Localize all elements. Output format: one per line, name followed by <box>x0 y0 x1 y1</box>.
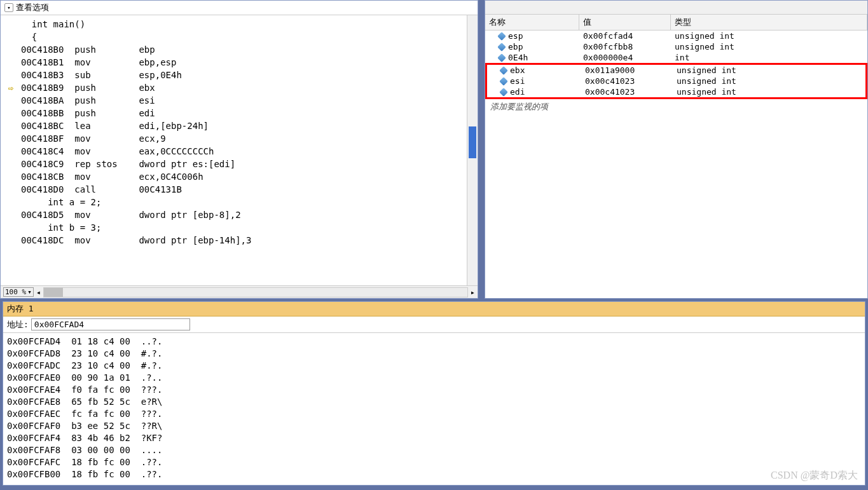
memory-title[interactable]: 内存 1 <box>3 302 865 316</box>
variable-icon <box>499 66 508 75</box>
watch-value: 0x00fcfbb8 <box>579 42 671 51</box>
code-line[interactable]: 00C418BA push esi <box>1 94 478 107</box>
memory-row[interactable]: 0x00FCFAE0 00 90 1a 01 .?.. <box>7 372 861 384</box>
code-text: int main() <box>21 18 85 31</box>
memory-row[interactable]: 0x00FCFAF8 03 00 00 00 .... <box>7 444 861 456</box>
view-options-label[interactable]: 查看选项 <box>16 2 49 13</box>
chevron-down-icon[interactable]: ▾ <box>4 3 13 12</box>
memory-address-label: 地址: <box>7 319 29 330</box>
watch-type: int <box>671 53 867 62</box>
scrollbar-thumb[interactable] <box>44 288 63 297</box>
gutter <box>1 107 21 119</box>
horizontal-scrollbar[interactable] <box>43 287 468 297</box>
code-line[interactable]: 00C418D5 mov dword ptr [ebp-8],2 <box>1 208 478 221</box>
code-line[interactable]: 00C418DC mov dword ptr [ebp-14h],3 <box>1 234 478 247</box>
memory-row[interactable]: 0x00FCFAF4 83 4b 46 b2 ?KF? <box>7 432 861 444</box>
memory-dump[interactable]: 0x00FCFAD4 01 18 c4 00 ..?.0x00FCFAD8 23… <box>3 333 865 485</box>
code-line[interactable]: int a = 2; <box>1 196 478 208</box>
zoom-select[interactable]: 100 % ▾ <box>3 287 34 297</box>
watch-header-type[interactable]: 类型 <box>671 15 867 30</box>
code-text: int b = 3; <box>21 221 101 234</box>
memory-row[interactable]: 0x00FCFB00 18 fb fc 00 .??. <box>7 468 861 480</box>
memory-row[interactable]: 0x00FCFAEC fc fa fc 00 ???. <box>7 408 861 420</box>
disassembly-code[interactable]: int main() {00C418B0 push ebp00C418B1 mo… <box>1 15 478 285</box>
memory-address-input[interactable] <box>31 318 190 330</box>
gutter <box>1 208 21 221</box>
code-line[interactable]: 00C418CB mov ecx,0C4C006h <box>1 170 478 183</box>
watch-name: esp <box>485 31 579 41</box>
watch-type: unsigned int <box>673 65 865 75</box>
memory-row[interactable]: 0x00FCFADC 23 10 c4 00 #.?. <box>7 360 861 372</box>
code-line[interactable]: 00C418C4 mov eax,0CCCCCCCCh <box>1 145 478 158</box>
memory-panel: 内存 1 地址: 0x00FCFAD4 01 18 c4 00 ..?.0x00… <box>3 301 865 486</box>
watch-header-name[interactable]: 名称 <box>485 15 579 30</box>
watch-value: 0x00c41023 <box>581 87 673 97</box>
code-line[interactable]: 00C418C9 rep stos dword ptr es:[edi] <box>1 158 478 170</box>
watch-row[interactable]: 0E4h0x000000e4int <box>485 52 867 63</box>
memory-row[interactable]: 0x00FCFAD4 01 18 c4 00 ..?. <box>7 336 861 348</box>
watch-name-text: ebp <box>508 42 523 51</box>
code-text: 00C418C4 mov eax,0CCCCCCCCh <box>21 145 214 158</box>
watch-value: 0x00fcfad4 <box>579 31 671 41</box>
watch-header-value[interactable]: 值 <box>579 15 671 30</box>
code-line[interactable]: ⇨00C418B9 push ebx <box>1 81 478 94</box>
code-text: 00C418BA push esi <box>21 94 155 107</box>
code-text: 00C418CB mov ecx,0C4C006h <box>21 170 203 183</box>
watch-name-text: esi <box>510 76 525 86</box>
code-line[interactable]: 00C418B0 push ebp <box>1 43 478 56</box>
memory-row[interactable]: 0x00FCFAE8 65 fb 52 5c e?R\ <box>7 396 861 408</box>
watch-name: esi <box>487 76 581 86</box>
code-text: { <box>21 31 37 43</box>
variable-icon <box>497 43 506 51</box>
vertical-scrollbar[interactable] <box>467 15 478 285</box>
add-watch-item[interactable]: 添加要监视的项 <box>485 99 867 114</box>
watch-name: ebp <box>485 42 579 51</box>
current-line-arrow-icon: ⇨ <box>1 81 21 94</box>
gutter <box>1 18 21 31</box>
memory-row[interactable]: 0x00FCFAFC 18 fb fc 00 .??. <box>7 456 861 468</box>
code-text: 00C418B1 mov ebp,esp <box>21 56 176 69</box>
watch-row[interactable]: esp0x00fcfad4unsigned int <box>485 31 867 41</box>
watch-toolbar <box>485 1 867 15</box>
code-line[interactable]: 00C418BF mov ecx,9 <box>1 132 478 145</box>
memory-address-bar: 地址: <box>3 316 865 333</box>
watch-type: unsigned int <box>673 87 865 97</box>
scroll-left-icon[interactable]: ◂ <box>36 288 41 297</box>
code-line[interactable]: int main() <box>1 18 478 31</box>
watch-value: 0x000000e4 <box>579 53 671 62</box>
memory-row[interactable]: 0x00FCFAF0 b3 ee 52 5c ??R\ <box>7 420 861 432</box>
code-line[interactable]: 00C418BC lea edi,[ebp-24h] <box>1 119 478 132</box>
gutter <box>1 119 21 132</box>
watch-name-text: esp <box>508 31 523 41</box>
chevron-down-icon: ▾ <box>27 288 32 296</box>
code-line[interactable]: 00C418BB push edi <box>1 107 478 119</box>
code-line[interactable]: { <box>1 31 478 43</box>
scrollbar-thumb[interactable] <box>469 126 476 158</box>
zoom-value: 100 % <box>5 288 26 296</box>
disassembly-panel: ▾ 查看选项 int main() {00C418B0 push ebp00C4… <box>0 0 478 299</box>
watch-name: 0E4h <box>485 53 579 62</box>
gutter <box>1 170 21 183</box>
memory-row[interactable]: 0x00FCFAD8 23 10 c4 00 #.?. <box>7 348 861 360</box>
watch-name-text: 0E4h <box>508 53 528 62</box>
gutter <box>1 196 21 208</box>
code-text: 00C418B3 sub esp,0E4h <box>21 69 182 81</box>
variable-icon <box>499 88 508 97</box>
code-line[interactable]: 00C418D0 call 00C4131B <box>1 183 478 196</box>
watch-name-text: edi <box>510 87 525 97</box>
watch-type: unsigned int <box>671 31 867 41</box>
watch-row[interactable]: esi0x00c41023unsigned int <box>487 76 865 86</box>
code-line[interactable]: 00C418B3 sub esp,0E4h <box>1 69 478 81</box>
memory-row[interactable]: 0x00FCFAE4 f0 fa fc 00 ???. <box>7 384 861 396</box>
code-line[interactable]: 00C418B1 mov ebp,esp <box>1 56 478 69</box>
watch-row[interactable]: ebx0x011a9000unsigned int <box>487 65 865 76</box>
code-line[interactable]: int b = 3; <box>1 221 478 234</box>
variable-icon <box>497 53 506 62</box>
code-text: 00C418D0 call 00C4131B <box>21 183 182 196</box>
gutter <box>1 145 21 158</box>
watch-row[interactable]: edi0x00c41023unsigned int <box>487 86 865 97</box>
watch-value: 0x011a9000 <box>581 65 673 75</box>
watch-row[interactable]: ebp0x00fcfbb8unsigned int <box>485 41 867 52</box>
watch-name: edi <box>487 87 581 97</box>
scroll-right-icon[interactable]: ▸ <box>471 288 475 297</box>
